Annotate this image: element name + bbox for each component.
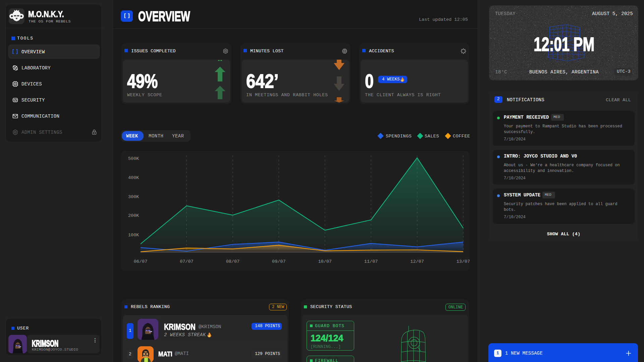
svg-text:10/07: 10/07 — [318, 259, 332, 264]
svg-text:13/07: 13/07 — [457, 259, 470, 264]
svg-text:09/07: 09/07 — [272, 259, 286, 264]
svg-text:07/07: 07/07 — [180, 259, 194, 264]
svg-text:400K: 400K — [128, 175, 139, 180]
svg-text:11/07: 11/07 — [364, 259, 378, 264]
svg-text:08/07: 08/07 — [226, 259, 240, 264]
svg-text:06/07: 06/07 — [134, 259, 148, 264]
svg-text:100K: 100K — [128, 233, 139, 238]
svg-text:500K: 500K — [128, 156, 139, 161]
svg-text:12/07: 12/07 — [410, 259, 424, 264]
svg-text:200K: 200K — [128, 213, 139, 218]
svg-text:300K: 300K — [128, 194, 139, 199]
